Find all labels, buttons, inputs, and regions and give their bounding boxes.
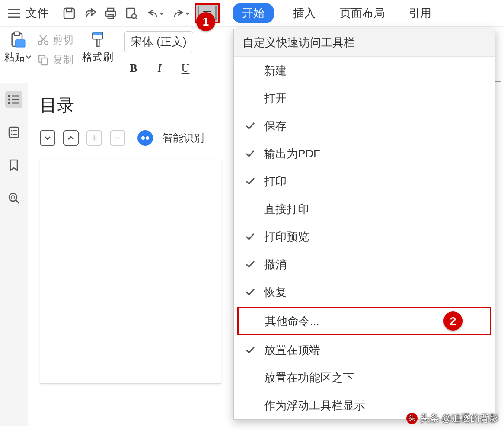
dropdown-item-7[interactable]: 撤消 xyxy=(234,250,495,278)
svg-rect-9 xyxy=(16,40,25,47)
dropdown-item-2[interactable]: 保存 xyxy=(234,112,495,140)
paste-group[interactable]: 粘贴 xyxy=(4,31,31,64)
customize-qat-menu: 自定义快速访问工具栏 新建打开保存输出为PDF打印直接打印打印预览撤消恢复其他命… xyxy=(233,29,495,420)
ribbon-tabs: 开始 插入 页面布局 引用 xyxy=(233,3,437,23)
dropdown-item-10[interactable]: 放置在顶端 xyxy=(234,336,495,364)
svg-point-21 xyxy=(11,134,13,135)
paste-label: 粘贴 xyxy=(4,50,31,64)
smart-detect-icon[interactable] xyxy=(137,130,153,146)
svg-rect-19 xyxy=(9,127,19,138)
remove-button[interactable] xyxy=(110,130,125,146)
watermark: 头 头条 @追逐的背影 xyxy=(406,412,499,425)
dropdown-item-6[interactable]: 打印预览 xyxy=(234,223,495,250)
svg-point-6 xyxy=(132,14,136,18)
add-button[interactable] xyxy=(86,130,102,146)
svg-rect-3 xyxy=(106,11,115,16)
svg-point-17 xyxy=(8,99,10,101)
svg-point-16 xyxy=(8,95,10,97)
dropdown-item-label: 打印预览 xyxy=(264,229,309,244)
dropdown-item-label: 打印 xyxy=(264,174,287,189)
cut-button[interactable]: 剪切 xyxy=(37,33,73,47)
cut-label: 剪切 xyxy=(53,33,73,47)
paste-label-text: 粘贴 xyxy=(4,50,25,64)
dropdown-item-label: 恢复 xyxy=(264,285,287,300)
tab-insert[interactable]: 插入 xyxy=(288,3,321,23)
bold-button[interactable]: B xyxy=(127,62,140,75)
dropdown-item-8[interactable]: 恢复 xyxy=(234,278,495,306)
dropdown-item-label: 直接打印 xyxy=(264,202,309,217)
callout-2: 2 xyxy=(443,311,463,331)
svg-rect-8 xyxy=(14,32,20,35)
font-group: 宋体 (正文) B I U xyxy=(124,31,193,75)
clipboard-icon xyxy=(6,31,30,48)
check-icon xyxy=(244,150,256,157)
check-icon xyxy=(244,122,256,130)
dropdown-item-label: 其他命令... xyxy=(265,314,319,329)
expand-down-button[interactable] xyxy=(40,130,55,146)
smart-detect-label[interactable]: 智能识别 xyxy=(163,131,204,145)
font-name-selector[interactable]: 宋体 (正文) xyxy=(124,31,193,52)
dropdown-item-11[interactable]: 放置在功能区之下 xyxy=(234,364,495,391)
tab-start[interactable]: 开始 xyxy=(233,3,274,23)
svg-rect-13 xyxy=(41,58,48,65)
undo-icon[interactable] xyxy=(143,4,167,23)
outline-view-icon[interactable] xyxy=(5,91,22,108)
check-icon xyxy=(244,260,256,268)
dropdown-item-1[interactable]: 打开 xyxy=(234,84,495,112)
clipboard-mini-group: 剪切 复制 xyxy=(37,33,73,67)
dropdown-item-label: 放置在顶端 xyxy=(264,343,320,358)
watermark-icon: 头 xyxy=(406,413,418,424)
save-icon[interactable] xyxy=(60,4,79,23)
font-name-value: 宋体 (正文) xyxy=(131,34,187,49)
page-list-icon[interactable] xyxy=(5,124,22,141)
check-icon xyxy=(244,233,256,241)
document-page xyxy=(40,159,221,384)
dropdown-item-label: 新建 xyxy=(264,63,287,78)
dropdown-item-label: 撤消 xyxy=(264,257,287,272)
file-menu[interactable]: 文件 xyxy=(26,6,48,21)
dropdown-item-label: 保存 xyxy=(264,119,287,134)
dropdown-item-label: 放置在功能区之下 xyxy=(264,370,354,385)
svg-point-22 xyxy=(9,193,17,201)
watermark-text: 头条 @追逐的背影 xyxy=(420,412,499,425)
check-icon xyxy=(244,346,256,354)
format-painter-label: 格式刷 xyxy=(82,50,113,64)
copy-button[interactable]: 复制 xyxy=(37,53,73,67)
callout-1: 1 xyxy=(196,12,215,31)
dropdown-item-3[interactable]: 输出为PDF xyxy=(234,140,495,167)
left-rail xyxy=(0,83,28,426)
dropdown-item-label: 作为浮动工具栏显示 xyxy=(264,398,365,413)
svg-point-18 xyxy=(8,102,10,104)
dropdown-item-0[interactable]: 新建 xyxy=(234,57,495,84)
check-icon xyxy=(244,177,256,185)
svg-point-20 xyxy=(11,130,13,132)
bookmark-icon[interactable] xyxy=(5,157,22,174)
collapse-up-button[interactable] xyxy=(63,130,79,146)
share-icon[interactable] xyxy=(80,4,99,23)
print-preview-icon[interactable] xyxy=(122,4,141,23)
svg-point-23 xyxy=(141,136,145,140)
svg-rect-15 xyxy=(93,32,102,35)
dropdown-item-label: 打开 xyxy=(264,91,287,106)
dropdown-item-4[interactable]: 打印 xyxy=(234,167,495,195)
hamburger-menu-icon[interactable] xyxy=(4,4,23,23)
chevron-down-icon xyxy=(26,55,31,59)
italic-button[interactable]: I xyxy=(153,62,166,75)
print-icon[interactable] xyxy=(101,4,120,23)
dropdown-item-5[interactable]: 直接打印 xyxy=(234,195,495,223)
scissors-icon xyxy=(37,34,49,46)
tab-reference[interactable]: 引用 xyxy=(404,3,437,23)
underline-button[interactable]: U xyxy=(179,62,192,75)
dropdown-item-label: 输出为PDF xyxy=(264,146,320,161)
dropdown-header: 自定义快速访问工具栏 xyxy=(234,29,495,57)
menubar: 文件 开始 插入 页面布局 引用 xyxy=(0,0,504,27)
redo-icon[interactable] xyxy=(169,4,193,23)
copy-icon xyxy=(37,54,49,66)
find-replace-icon[interactable] xyxy=(5,189,22,207)
check-icon xyxy=(244,288,256,296)
copy-label: 复制 xyxy=(53,53,73,67)
tab-layout[interactable]: 页面布局 xyxy=(335,3,390,23)
format-painter-icon xyxy=(86,31,110,48)
format-painter-group[interactable]: 格式刷 xyxy=(82,31,113,64)
svg-rect-0 xyxy=(64,8,74,19)
